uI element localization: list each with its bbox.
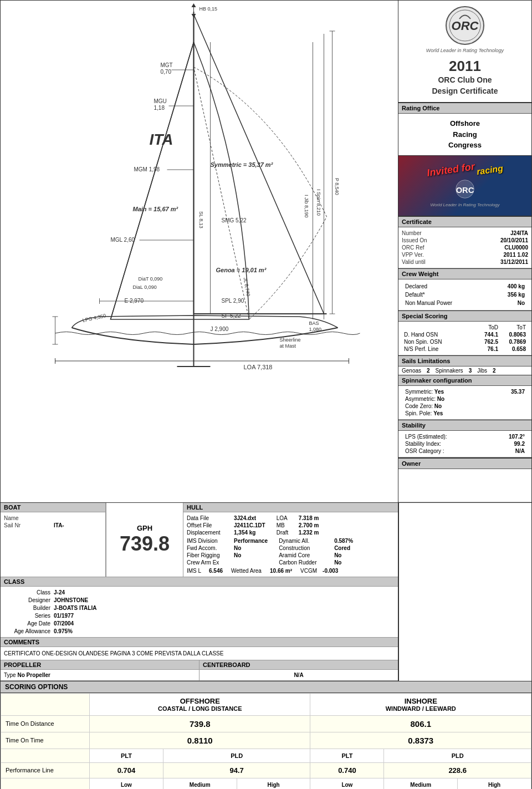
hull-df-value: 3J24.dxt [234,515,256,521]
svg-text:I Spin 8,210: I Spin 8,210 [316,189,321,216]
osr3-tot: 0.658 [498,346,526,352]
genoas-label: Genoas [402,368,421,374]
rating-office-section: Rating Office Offshore Racing Congress [398,103,531,155]
prop-type-value: No Propeller [17,672,50,678]
centerboard-col: CENTERBOARD N/A [200,660,398,680]
rating-office-text: Offshore Racing Congress [398,114,531,155]
series-label: Series [4,613,54,619]
scoring-row-1: D. Hand OSN 744.1 0.8063 [402,331,528,338]
class-value: J-24 [54,589,65,595]
osr2-tod: 762.5 [473,339,498,345]
certificate-content: Number J24ITA Issued On 20/10/2011 ORC R… [398,227,531,268]
crew-weight-table: Declared 400 kg Default* 356 kg Non Manu… [402,282,528,308]
hull-col: HULL Data File 3J24.dxt Offset File J2 [183,503,398,577]
cert-year: 2011 [404,58,526,75]
carbon-rudder-label: Carbon Rudder [279,559,334,566]
propeller-content: Type No Propeller [1,670,199,680]
osr-cat-row: OSR Category : N/A [402,447,528,455]
czero-value: No [434,403,442,409]
default-value: 356 kg [490,291,527,298]
svg-text:at Mast: at Mast [280,343,296,349]
number-label: Number [402,230,422,236]
svg-text:SF 5,22: SF 5,22 [222,313,241,319]
declared-label: Declared [403,283,489,290]
ims-l-label: IMS L [187,568,209,574]
lps-value: 107.2° [509,434,525,440]
hull-loa-label: LOA [277,515,299,521]
svg-text:MGU: MGU [154,98,167,104]
boat-content: Name Sail Nr ITA- [1,512,105,531]
aramid-core-label: Aramid Core [279,552,334,558]
orc-logo: ORC [446,6,484,45]
crew-weight-section: Crew Weight Declared 400 kg Default* 356… [398,268,531,310]
hull-header: HULL [183,503,398,512]
hull-df-label: Data File [187,515,234,521]
svg-text:MGT: MGT [161,62,173,68]
boat-gph-hull-row: BOAT Name Sail Nr ITA- GPH 739.8 [1,503,398,577]
gph-value: 739.8 [120,532,170,556]
lps-label: LPS (Estimated): [405,434,447,440]
construction-label: Construction [279,545,334,551]
hull-disp-label: Displacement [187,530,234,536]
boat-sail-label: Sail Nr [4,522,54,528]
dyn-all-label: Dynamic All. [279,538,334,544]
valid-label: Valid until [402,259,426,265]
svg-text:SPL 2,90: SPL 2,90 [222,298,244,304]
prop-center-row: PROPELLER Type No Propeller CENTERBOARD … [1,660,398,681]
spole-label: Spin. Pole: [405,410,432,416]
right-sidebar: ORC World Leader in Rating Technology 20… [398,1,531,502]
banner-tagline: World Leader In Rating Technology [427,202,503,207]
boat-sail-value: ITA- [54,522,64,528]
spinnaker-config-section: Spinnaker configuration Symmetric: Yes 3… [398,375,531,420]
svg-text:SL 8,13: SL 8,13 [198,211,204,228]
declared-value: 400 kg [490,283,527,290]
svg-text:SMG 5,22: SMG 5,22 [222,217,247,223]
boat-header: BOAT [1,503,105,512]
lps-row: LPS (Estimated): 107.2° [402,433,528,440]
svg-marker-9 [192,3,196,7]
svg-text:ORC: ORC [452,19,479,33]
hull-content: Data File 3J24.dxt Offset File J2411C.1D… [183,512,398,577]
special-scoring-section: Special Scoring ToD ToT D. Hand OSN 744.… [398,310,531,355]
carbon-rudder-value: No [334,559,341,566]
scoring-header: SCORING OPTIONS [1,681,531,693]
tot-header: ToT [498,324,526,330]
scoring-row-2: Non Spin. OSN 762.5 0.7869 [402,338,528,345]
centerboard-header: CENTERBOARD [200,660,398,670]
class-content: Class J-24 Designer JOHNSTONE Builder J-… [1,587,398,637]
orc-ref-value: CLU0000 [504,245,528,251]
sym-label: Symmetric: [405,389,433,395]
svg-text:MGL 2,60: MGL 2,60 [111,237,135,243]
special-scoring-content: ToD ToT D. Hand OSN 744.1 0.8063 Non Spi… [398,322,531,355]
hull-mb-value: 2.700 m [299,522,319,528]
fiber-rig-label: Fiber Rigging [187,552,234,558]
svg-text:E 2,970: E 2,970 [125,298,144,304]
spinnakers-value: 3 [469,368,472,374]
comments-col: COMMENTS CERTIFICATO ONE-DESIGN OLANDESE… [1,638,398,660]
sails-limitations-header: Sails Limitations [398,355,531,366]
wetted-area-label: Wetted Area [231,568,270,574]
sym-value: Yes [434,389,444,395]
age-date-label: Age Date [4,620,54,627]
construction-value: Cored [334,545,350,551]
orc-logo-section: ORC World Leader in Rating Technology 20… [398,1,531,103]
spole-row: Spin. Pole: Yes [402,410,528,417]
designer-label: Designer [4,597,54,603]
wetted-area-value: 10.66 m² [270,568,292,574]
svg-text:DiaL 0,090: DiaL 0,090 [133,284,157,290]
osr1-label: D. Hand OSN [404,332,473,338]
number-value: J24ITA [510,230,528,236]
svg-text:ITA: ITA [150,131,173,148]
stability-content: LPS (Estimated): 107.2° Stability Index:… [398,431,531,457]
vpp-label: VPP Ver. [402,252,424,258]
crew-weight-header: Crew Weight [398,268,531,279]
czero-label: Code Zero: [405,403,433,409]
boat-name-label: Name [4,515,54,521]
osr2-label: Non Spin. OSN [404,339,473,345]
scoring-row-3: N/S Perf. Line 76.1 0.658 [402,345,528,353]
aramid-core-value: No [334,552,341,558]
osr3-label: N/S Perf. Line [404,346,473,352]
crew-weight-content: Declared 400 kg Default* 356 kg Non Manu… [398,279,531,310]
crew-arm-label: Crew Arm Ex [187,559,234,566]
asym-row: Asymmetric: No [402,395,528,403]
